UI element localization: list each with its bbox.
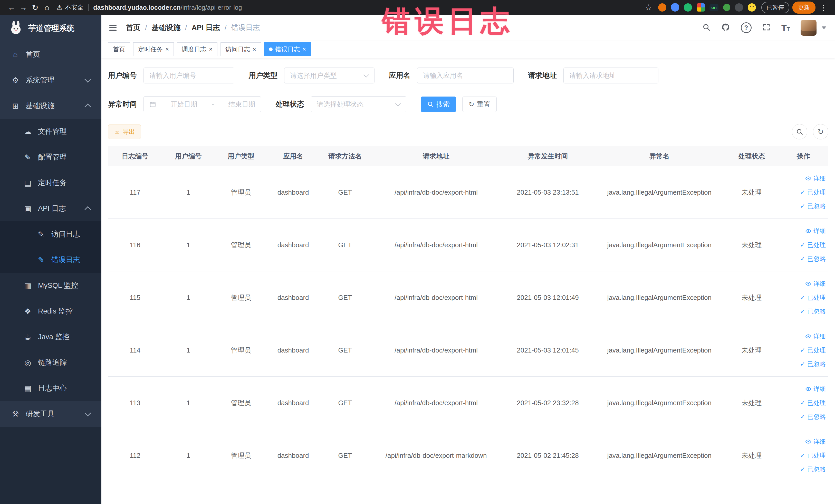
mark-ignored-link[interactable]: ✓ 已忽略: [800, 305, 826, 318]
extension-paw-icon[interactable]: [735, 3, 743, 12]
close-icon[interactable]: ×: [209, 46, 212, 53]
cell-method: GET: [319, 324, 371, 377]
mark-processed-link[interactable]: ✓ 已处理: [800, 449, 826, 462]
detail-link[interactable]: 详细: [805, 277, 826, 290]
caret-down-icon[interactable]: [822, 26, 826, 29]
tab-home[interactable]: 首页: [108, 42, 130, 56]
mark-processed-link[interactable]: ✓ 已处理: [800, 396, 826, 409]
sidebar-item-home[interactable]: ⌂ 首页: [0, 42, 101, 67]
detail-link[interactable]: 详细: [805, 435, 826, 448]
sidebar-item-api-log[interactable]: ▣ API 日志: [0, 196, 101, 221]
sidebar-item-access-log[interactable]: ✎ 访问日志: [0, 221, 101, 247]
table-row: 115 1 管理员 dashboard GET /api/infra/db-do…: [108, 271, 828, 324]
bookmark-star-icon[interactable]: ☆: [643, 2, 654, 13]
hamburger-icon[interactable]: [108, 23, 118, 33]
extension-grid-icon[interactable]: [697, 3, 705, 12]
extension-on-badge[interactable]: on: [710, 4, 718, 11]
sidebar-item-log-center[interactable]: ▤ 日志中心: [0, 375, 101, 401]
cell-exception-name: java.lang.IllegalArgumentException: [594, 429, 725, 482]
cell-exception-name: java.lang.IllegalArgumentException: [594, 166, 725, 219]
mark-ignored-link[interactable]: ✓ 已忽略: [800, 200, 826, 213]
toggle-search-button[interactable]: [792, 124, 807, 139]
sidebar-item-trace[interactable]: ◎ 链路追踪: [0, 350, 101, 375]
extension-blue-drop-icon[interactable]: [671, 3, 679, 12]
detail-link[interactable]: 详细: [805, 172, 826, 185]
search-icon[interactable]: [702, 23, 711, 32]
close-icon[interactable]: ×: [302, 46, 306, 53]
check-icon: ✓: [800, 189, 805, 195]
fullscreen-icon[interactable]: [762, 23, 771, 32]
extension-orange-icon[interactable]: [658, 3, 666, 12]
config-icon: ✎: [23, 153, 32, 162]
breadcrumb-item-api-log[interactable]: API 日志: [192, 23, 220, 33]
sidebar-item-system-management[interactable]: ⚙ 系统管理: [0, 67, 101, 93]
table-body: 117 1 管理员 dashboard GET /api/infra/db-do…: [108, 166, 828, 482]
address-bar[interactable]: dashboard.yudao.iocoder.cn/infra/log/api…: [93, 4, 242, 11]
mark-processed-link[interactable]: ✓ 已处理: [800, 238, 826, 251]
sidebar-item-java-monitor[interactable]: ☕ Java 监控: [0, 324, 101, 350]
mark-processed-link[interactable]: ✓ 已处理: [800, 291, 826, 304]
refresh-table-button[interactable]: ↻: [813, 124, 828, 139]
app-name-label: 应用名: [389, 70, 410, 80]
cell-method: GET: [319, 166, 371, 219]
github-icon[interactable]: [721, 23, 730, 33]
sidebar-item-file-management[interactable]: ☁ 文件管理: [0, 119, 101, 144]
sidebar-item-redis-monitor[interactable]: ❖ Redis 监控: [0, 298, 101, 324]
browser-update-button[interactable]: 更新: [792, 2, 815, 14]
table-row: 117 1 管理员 dashboard GET /api/infra/db-do…: [108, 166, 828, 219]
user-avatar[interactable]: [801, 20, 816, 36]
exception-time-range-picker[interactable]: 开始日期 - 结束日期: [143, 96, 261, 112]
detail-link[interactable]: 详细: [805, 382, 826, 396]
cell-user-type: 管理员: [215, 219, 267, 271]
breadcrumb-item-infrastructure[interactable]: 基础设施: [152, 23, 180, 33]
font-size-icon[interactable]: TT: [781, 23, 790, 33]
app-logo[interactable]: 芋道管理系统: [0, 15, 101, 42]
sidebar-item-scheduled-jobs[interactable]: ▤ 定时任务: [0, 170, 101, 196]
sidebar-item-infrastructure[interactable]: ⊞ 基础设施: [0, 93, 101, 119]
help-icon[interactable]: ?: [741, 22, 752, 33]
breadcrumb-item-home[interactable]: 首页: [126, 23, 140, 33]
mark-processed-link[interactable]: ✓ 已处理: [800, 186, 826, 199]
user-id-input[interactable]: 请输入用户编号: [143, 67, 235, 83]
smiley-extension-icon[interactable]: [748, 3, 756, 12]
cell-actions: 详细 ✓ 已处理 ✓ 已忽略: [778, 166, 828, 219]
mark-ignored-link[interactable]: ✓ 已忽略: [800, 463, 826, 476]
site-security-chip[interactable]: ⚠ 不安全: [57, 3, 83, 12]
sidebar-item-error-log[interactable]: ✎ 错误日志: [0, 247, 101, 273]
detail-link[interactable]: 详细: [805, 330, 826, 343]
reset-button-label: 重置: [477, 100, 490, 109]
mark-processed-link[interactable]: ✓ 已处理: [800, 344, 826, 357]
extension-green-icon[interactable]: [684, 3, 692, 12]
browser-reload-icon[interactable]: ↻: [29, 2, 41, 13]
browser-forward-icon[interactable]: →: [18, 2, 29, 13]
tab-schedule-log[interactable]: 调度日志 ×: [177, 42, 218, 56]
app-name-input[interactable]: 请输入应用名: [417, 67, 514, 83]
cell-user-type: 管理员: [215, 324, 267, 377]
user-type-select[interactable]: 请选择用户类型: [284, 67, 374, 83]
cell-status: 未处理: [725, 324, 778, 377]
mark-ignored-link[interactable]: ✓ 已忽略: [800, 252, 826, 265]
browser-back-icon[interactable]: ←: [6, 2, 18, 13]
close-icon[interactable]: ×: [165, 46, 169, 53]
date-range-separator: -: [212, 100, 214, 108]
sidebar-item-mysql-monitor[interactable]: ▥ MySQL 监控: [0, 273, 101, 298]
sidebar-item-config-management[interactable]: ✎ 配置管理: [0, 144, 101, 170]
export-button[interactable]: 导出: [108, 124, 141, 139]
close-icon[interactable]: ×: [252, 46, 256, 53]
search-button[interactable]: 搜索: [421, 97, 456, 112]
process-status-select[interactable]: 请选择处理状态: [311, 96, 406, 112]
tab-error-log[interactable]: 错误日志 ×: [264, 42, 311, 56]
paused-badge[interactable]: 已暂停: [761, 2, 789, 13]
browser-menu-dots-icon[interactable]: ⋮: [817, 2, 829, 13]
user-id-placeholder: 请输入用户编号: [149, 71, 196, 80]
detail-link[interactable]: 详细: [805, 224, 826, 238]
mark-ignored-link[interactable]: ✓ 已忽略: [800, 410, 826, 423]
extension-leaf-icon[interactable]: [723, 4, 730, 11]
mark-ignored-link[interactable]: ✓ 已忽略: [800, 357, 826, 371]
tab-scheduled-jobs[interactable]: 定时任务 ×: [133, 42, 174, 56]
browser-home-icon[interactable]: ⌂: [41, 2, 53, 13]
tab-access-log[interactable]: 访问日志 ×: [221, 42, 261, 56]
sidebar-item-dev-tools[interactable]: ⚒ 研发工具: [0, 401, 101, 427]
request-url-input[interactable]: 请输入请求地址: [564, 67, 658, 83]
reset-button[interactable]: ↻ 重置: [462, 97, 497, 112]
